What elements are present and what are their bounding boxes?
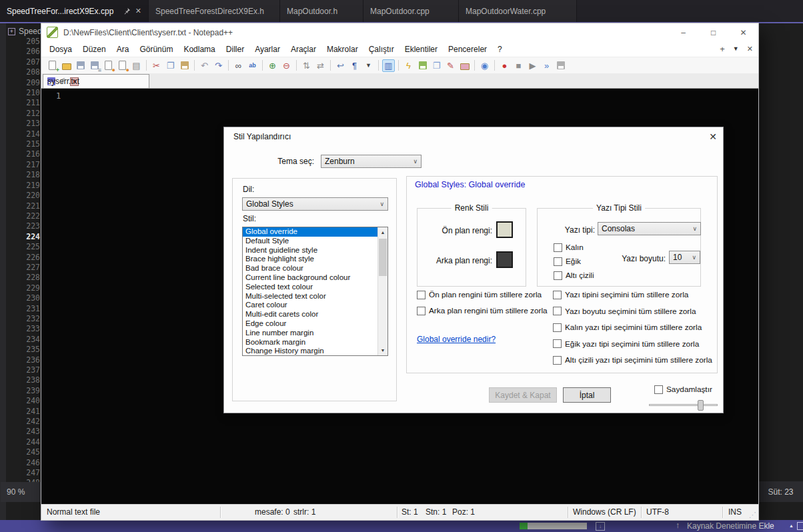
close-icon[interactable]: ✕	[135, 7, 141, 15]
vs-line-number-gutter[interactable]: 2052062072082092102112122132142152162172…	[17, 37, 40, 489]
macro-record-icon[interactable]: ●	[498, 59, 511, 72]
scrollbar-thumb[interactable]	[379, 239, 387, 276]
style-list-item[interactable]: Edge colour	[243, 319, 387, 329]
document-map-icon[interactable]	[416, 59, 429, 72]
chevron-up-icon[interactable]: ▲	[789, 523, 794, 528]
menu-item[interactable]: Eklentiler	[399, 45, 443, 54]
dialog-close-button[interactable]: ✕	[707, 131, 719, 143]
word-wrap-icon[interactable]: ↩	[334, 59, 347, 72]
menu-item[interactable]: ?	[492, 45, 508, 54]
style-list-item[interactable]: Bad brace colour	[243, 264, 387, 273]
theme-select[interactable]: Zenburn∨	[321, 155, 422, 168]
new-file-icon[interactable]: +	[46, 59, 59, 72]
folder-workspace-icon[interactable]	[458, 59, 471, 72]
paste-icon[interactable]	[178, 59, 191, 72]
vs-tab[interactable]: MapOutdoorWater.cpp	[459, 0, 577, 22]
pin-icon[interactable]	[123, 7, 131, 15]
document-list-icon[interactable]: ❐	[430, 59, 443, 72]
menu-item[interactable]: Ayarlar	[249, 45, 285, 54]
transparency-slider-track[interactable]	[649, 404, 718, 406]
maximize-button[interactable]: □	[698, 23, 728, 41]
document-tab[interactable]: syserr.txt ✐ ✕	[43, 74, 149, 88]
pin-tab-icon[interactable]: ✐	[59, 76, 67, 87]
menu-item[interactable]: Çalıştır	[363, 45, 399, 54]
force-font-checkbox[interactable]: Yazı boyutu seçimini tüm stillere zorla	[553, 307, 712, 316]
style-list-item[interactable]: Bookmark margin	[243, 338, 387, 347]
force-color-checkbox[interactable]: Ön plan rengini tüm stillere zorla	[417, 290, 548, 299]
menu-item[interactable]: Araçlar	[285, 45, 321, 54]
save-all-icon[interactable]: ≡	[88, 59, 101, 72]
style-list-item[interactable]: Brace highlight style	[243, 255, 387, 264]
style-list-item[interactable]: Multi-edit carets color	[243, 310, 387, 319]
underline-checkbox[interactable]: Altı çizili	[554, 271, 594, 280]
style-list-item[interactable]: Selected text colour	[243, 283, 387, 292]
redo-icon[interactable]: ↷	[212, 59, 225, 72]
open-folder-icon[interactable]	[60, 59, 73, 72]
cut-icon[interactable]: ✂	[150, 59, 163, 72]
font-name-select[interactable]: Consolas∨	[598, 222, 701, 235]
status-eol[interactable]: Windows (CR LF)	[573, 507, 636, 517]
style-list-item[interactable]: Current line background colour	[243, 273, 387, 283]
global-override-help-link[interactable]: Global override nedir?	[417, 335, 496, 344]
tab-list-button[interactable]: ▼	[733, 46, 739, 52]
scroll-down-icon[interactable]: ▼	[378, 345, 387, 355]
transparency-slider-thumb[interactable]	[698, 400, 704, 411]
menu-item[interactable]: Ara	[111, 45, 135, 54]
force-font-checkbox[interactable]: Eğik yazı tipi seçimini tüm stillere zor…	[553, 339, 712, 349]
npp-title-bar[interactable]: D:\NewFiles\Client\Client\syserr.txt - N…	[41, 23, 758, 41]
copy-icon[interactable]: ❐	[164, 59, 177, 72]
status-encoding[interactable]: UTF-8	[646, 507, 669, 517]
macro-save-icon[interactable]	[554, 59, 567, 72]
indent-guide-icon[interactable]: ▥	[382, 59, 395, 72]
listbox-scrollbar[interactable]: ▲ ▼	[377, 227, 387, 355]
resize-grip[interactable]: ⋰	[749, 511, 756, 519]
add-to-source-control-button[interactable]: Kaynak Denetimine Ekle	[687, 521, 774, 531]
vs-output-icon[interactable]: ↓	[596, 522, 605, 531]
undo-icon[interactable]: ↶	[198, 59, 211, 72]
vs-tab[interactable]: SpeedTreeForestDirectX9Ex.h	[149, 0, 280, 22]
minimize-button[interactable]: –	[668, 23, 698, 41]
cancel-button[interactable]: İptal	[563, 387, 611, 403]
sync-horizontal-icon[interactable]: ⇄	[314, 59, 327, 72]
force-font-checkbox[interactable]: Altı çizili yazı tipi seçimini tüm still…	[553, 355, 712, 365]
style-list-item[interactable]: Caret colour	[243, 301, 387, 310]
style-list-item[interactable]: Multi-selected text color	[243, 292, 387, 301]
close-tab-button[interactable]: ✕	[747, 45, 753, 53]
find-icon[interactable]: ∞	[232, 59, 245, 72]
expand-region-icon[interactable]: +	[8, 28, 15, 35]
font-size-select[interactable]: 10∨	[669, 251, 700, 264]
zoom-in-icon[interactable]: ⊕	[266, 59, 279, 72]
menu-item[interactable]: Görünüm	[134, 45, 178, 54]
menu-item[interactable]: Diller	[221, 45, 249, 54]
document-monitor-icon[interactable]: ◉	[478, 59, 491, 72]
status-insert-mode[interactable]: INS	[728, 507, 742, 517]
close-doc-icon[interactable]: ●	[102, 59, 115, 72]
transparency-checkbox[interactable]: Saydamlaştır	[654, 385, 712, 394]
macro-run-multiple-icon[interactable]: »	[540, 59, 553, 72]
macro-play-icon[interactable]: ▶	[526, 59, 539, 72]
macro-stop-icon[interactable]: ■	[512, 59, 525, 72]
style-listbox[interactable]: Global overrideDefault StyleIndent guide…	[242, 227, 388, 356]
new-tab-button[interactable]: +	[720, 45, 725, 53]
background-color-swatch[interactable]	[496, 251, 513, 268]
style-list-item[interactable]: Line number margin	[243, 329, 387, 338]
vs-zoom-control[interactable]: 90 %	[1, 482, 41, 502]
style-list-item[interactable]: Change History margin	[243, 347, 387, 356]
function-list-icon[interactable]: ϟ	[402, 59, 415, 72]
menu-item[interactable]: Kodlama	[178, 45, 220, 54]
style-list-item[interactable]: Indent guideline style	[243, 246, 387, 255]
force-font-checkbox[interactable]: Kalın yazı tipi seçimini tüm stillere zo…	[553, 323, 712, 332]
sync-vertical-icon[interactable]: ⇅	[300, 59, 313, 72]
vs-tab[interactable]: MapOutdoor.h	[280, 0, 363, 22]
save-and-close-button[interactable]: Kaydet & Kapat	[489, 387, 557, 403]
bold-checkbox[interactable]: Kalın	[554, 243, 584, 252]
close-all-icon[interactable]: ●	[116, 59, 129, 72]
style-list-item[interactable]: Default Style	[243, 237, 387, 246]
save-icon[interactable]	[74, 59, 87, 72]
vs-tab[interactable]: MapOutdoor.cpp	[363, 0, 459, 22]
force-font-checkbox[interactable]: Yazı tipini seçimini tüm stillere zorla	[553, 290, 712, 299]
force-color-checkbox[interactable]: Arka plan rengini tüm stillere zorla	[417, 306, 548, 315]
menu-item[interactable]: Makrolar	[321, 45, 363, 54]
symbols-dropdown-icon[interactable]: ▼	[362, 59, 375, 72]
vs-tab[interactable]: SpeedTreeFor...irectX9Ex.cpp✕	[0, 0, 149, 22]
